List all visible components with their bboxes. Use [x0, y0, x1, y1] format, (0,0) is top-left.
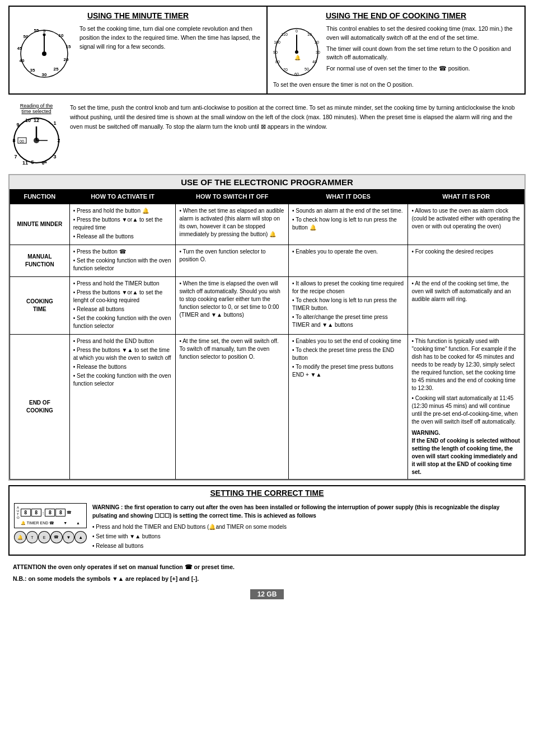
- attention-note: ATTENTION the oven only operates if set …: [13, 564, 235, 570]
- for-minute-minder: Allows to use the oven as alarm clock (c…: [408, 204, 524, 245]
- does-cooking-time: It allows to preset the cooking time req…: [289, 277, 408, 335]
- footer-notes: ATTENTION the oven only operates if set …: [8, 560, 526, 586]
- minute-timer-text: To set the cooking time, turn dial one c…: [79, 25, 261, 51]
- svg-text:20: 20: [64, 57, 69, 62]
- svg-text:110: 110: [281, 32, 288, 36]
- svg-text:2: 2: [57, 138, 60, 143]
- func-minute-minder: MINUTE MINDER: [10, 204, 70, 245]
- nb-note: N.B.: on some models the symbols ▼▲ are …: [13, 574, 521, 584]
- programmer-table: FUNCTION HOW TO ACTIVATE IT HOW TO SWITC…: [10, 189, 524, 480]
- svg-text:30: 30: [316, 50, 320, 54]
- svg-text:100: 100: [274, 40, 280, 44]
- svg-text:12: 12: [34, 118, 39, 123]
- programmer-title: USE OF THE ELECTRONIC PROGRAMMER: [10, 175, 524, 189]
- table-row: MINUTE MINDER Press and hold the button …: [10, 204, 524, 245]
- svg-text:45: 45: [17, 46, 22, 51]
- minute-timer-title: USING THE MINUTE TIMER: [15, 11, 261, 20]
- activate-manual: Press the button ☎ Set the cooking funct…: [69, 245, 176, 277]
- activate-end-cooking: Press and hold the END button Press the …: [69, 335, 176, 480]
- correct-time-text: WARNING : the first operation to carry o…: [92, 503, 520, 551]
- svg-text:30: 30: [42, 72, 47, 77]
- end-cooking-text1: This control enables to set the desired …: [326, 25, 519, 43]
- col-for: WHAT IT IS FOR: [408, 190, 524, 204]
- clock-label: Reading of the time selected: [20, 103, 53, 114]
- func-manual: MANUALFUNCTION: [10, 245, 70, 277]
- middle-section: Reading of the time selected 12 1 2 3 4 …: [8, 100, 526, 168]
- table-row: MANUALFUNCTION Press the button ☎ Set th…: [10, 245, 524, 277]
- svg-text:6: 6: [41, 160, 44, 166]
- svg-text:70: 70: [283, 68, 288, 72]
- warning-text: WARNING : the first operation to carry o…: [92, 503, 520, 520]
- correct-time-content: AUTO 8 8 : 8 8 ☎ 🔔 TIMER END ☎ ▼: [10, 500, 524, 555]
- svg-text:5: 5: [43, 29, 46, 34]
- svg-text:1: 1: [53, 120, 56, 126]
- svg-text:10: 10: [25, 118, 31, 123]
- col-does: WHAT IT DOES: [289, 190, 408, 204]
- does-manual: Enables you to operate the oven.: [289, 245, 408, 277]
- deactivate-cooking-time: When the time is elapsed the oven will s…: [176, 277, 289, 335]
- svg-text:50: 50: [24, 34, 29, 39]
- svg-text:90: 90: [273, 50, 278, 54]
- end-cooking-title: USING THE END OF COOKING TIMER: [273, 11, 519, 20]
- svg-text:5: 5: [31, 159, 34, 165]
- middle-text: To set the time, push the control knob a…: [70, 103, 523, 131]
- activate-minute-minder: Press and hold the button 🔔 Press the bu…: [69, 204, 176, 245]
- svg-text:20: 20: [315, 40, 319, 44]
- timer-display: AUTO 8 8 : 8 8 ☎ 🔔 TIMER END ☎ ▼: [14, 503, 87, 551]
- svg-text:3: 3: [53, 154, 56, 159]
- correct-time-title: SETTING THE CORRECT TIME: [10, 486, 524, 500]
- does-end-cooking: Enables you to set the end of cooking ti…: [289, 335, 408, 480]
- col-deactivate: HOW TO SWITCH IT OFF: [176, 190, 289, 204]
- page-number: 12 GB: [250, 589, 284, 599]
- svg-text:00: 00: [20, 139, 24, 143]
- end-cooking-content: 0 10 20 30 40 50 60 70 80 90 100 110: [273, 25, 519, 78]
- svg-text:25: 25: [54, 67, 59, 72]
- svg-text:10: 10: [59, 33, 64, 38]
- svg-text:8: 8: [12, 138, 15, 143]
- svg-text:10: 10: [307, 32, 312, 36]
- svg-text:15: 15: [66, 44, 71, 49]
- clock-container: Reading of the time selected 12 1 2 3 4 …: [11, 103, 62, 166]
- func-end-cooking: END OFCOOKING: [10, 335, 70, 480]
- svg-text:35: 35: [30, 68, 35, 73]
- col-activate: HOW TO ACTIVATE IT: [69, 190, 176, 204]
- svg-text:60: 60: [294, 72, 299, 76]
- cooking-timer-dial: 0 10 20 30 40 50 60 70 80 90 100 110: [273, 27, 321, 78]
- svg-text:7: 7: [14, 154, 17, 159]
- svg-text:0: 0: [296, 29, 298, 33]
- minute-timer-section: USING THE MINUTE TIMER 5 10 15 20 25 30: [10, 7, 268, 93]
- svg-text:🔔: 🔔: [294, 54, 301, 61]
- minute-timer-dial: 5 10 15 20 25 30 35 40 45 50 55: [15, 25, 74, 79]
- top-row: USING THE MINUTE TIMER 5 10 15 20 25 30: [8, 6, 526, 95]
- svg-point-12: [43, 34, 46, 36]
- deactivate-end-cooking: At the time set, the oven will switch of…: [176, 335, 289, 480]
- svg-text:40: 40: [312, 60, 317, 64]
- svg-text:9: 9: [16, 122, 19, 128]
- col-function: FUNCTION: [10, 190, 70, 204]
- end-cooking-section: USING THE END OF COOKING TIMER 0 10 20 3…: [268, 7, 524, 93]
- table-row: COOKINGTIME Press and hold the TIMER but…: [10, 277, 524, 335]
- svg-text:40: 40: [20, 58, 25, 63]
- timer-display-inner: AUTO 8 8 : 8 8 ☎ 🔔 TIMER END ☎ ▼: [14, 503, 87, 528]
- table-row: END OFCOOKING Press and hold the END but…: [10, 335, 524, 480]
- end-cooking-text4: To set the oven ensure the timer is not …: [273, 81, 519, 89]
- for-manual: For cooking the desired recipes: [408, 245, 524, 277]
- does-minute-minder: Sounds an alarm at the end of the set ti…: [289, 204, 408, 245]
- deactivate-manual: Turn the oven function selector to posit…: [176, 245, 289, 277]
- for-end-cooking: This function is typically used with "co…: [408, 335, 524, 480]
- svg-text:80: 80: [275, 60, 280, 64]
- end-cooking-text2: The timer will count down from the set t…: [326, 45, 519, 63]
- svg-text:50: 50: [305, 67, 309, 71]
- end-cooking-texts: This control enables to set the desired …: [326, 25, 519, 76]
- deactivate-minute-minder: When the set time as elapsed an audible …: [176, 204, 289, 245]
- programmer-section: USE OF THE ELECTRONIC PROGRAMMER FUNCTIO…: [8, 174, 526, 481]
- svg-text:11: 11: [22, 160, 28, 166]
- func-cooking-time: COOKINGTIME: [10, 277, 70, 335]
- page: USING THE MINUTE TIMER 5 10 15 20 25 30: [0, 0, 534, 608]
- svg-text:55: 55: [34, 28, 39, 33]
- minute-timer-content: 5 10 15 20 25 30 35 40 45 50 55: [15, 25, 261, 79]
- activate-cooking-time: Press and hold the TIMER button Press th…: [69, 277, 176, 335]
- correct-time-section: SETTING THE CORRECT TIME AUTO 8 8 : 8 8: [8, 485, 526, 556]
- end-cooking-text3: For normal use of oven set the timer to …: [326, 64, 519, 73]
- for-cooking-time: At the end of the cooking set time, the …: [408, 277, 524, 335]
